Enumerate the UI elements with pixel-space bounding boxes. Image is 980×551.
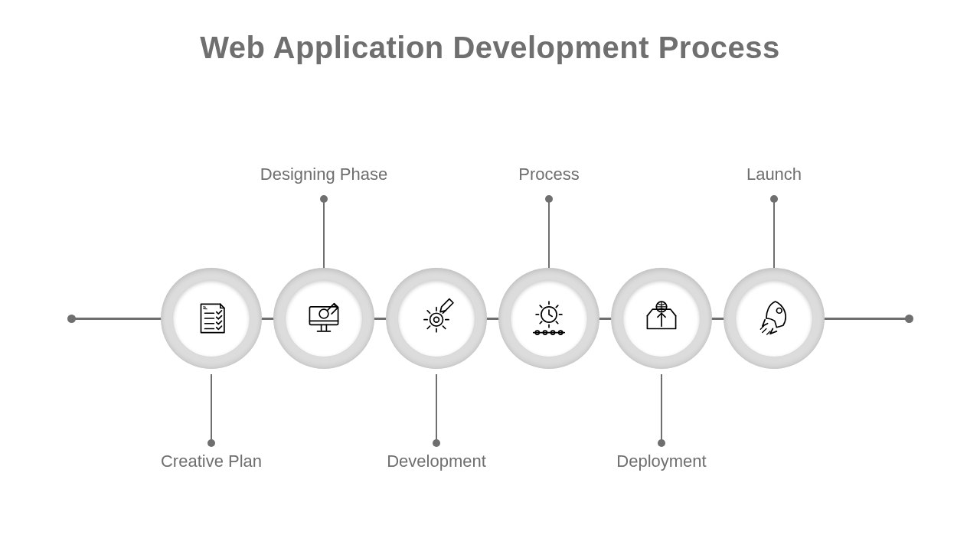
step-label: Development — [360, 452, 513, 471]
svg-point-2 — [430, 313, 443, 326]
process-node — [386, 268, 487, 369]
slide-title: Web Application Development Process — [0, 31, 980, 65]
step-label: Designing Phase — [247, 165, 400, 184]
process-node — [611, 268, 712, 369]
deploy-icon — [623, 280, 700, 357]
step-label: Process — [472, 165, 626, 184]
rocket-icon — [736, 280, 812, 357]
svg-point-3 — [434, 317, 439, 322]
process-diagram: Creative PlanDesigning PhaseDevelopmentP… — [0, 145, 980, 467]
axis-start-dot — [67, 315, 76, 323]
process-node — [724, 268, 825, 369]
process-node — [498, 268, 599, 369]
connector-pin — [436, 374, 437, 443]
connector-pin — [211, 374, 212, 443]
design-icon — [286, 280, 362, 357]
connector-dot — [320, 195, 328, 203]
connector-dot — [433, 439, 440, 447]
connector-dot — [770, 195, 778, 203]
connector-pin — [548, 199, 550, 268]
step-label: Launch — [697, 165, 851, 184]
svg-point-10 — [776, 308, 782, 314]
gear-pencil-icon — [398, 280, 475, 357]
connector-pin — [661, 374, 662, 443]
connector-pin — [323, 199, 325, 268]
connector-pin — [773, 199, 775, 268]
step-label: Creative Plan — [135, 452, 288, 471]
connector-dot — [207, 439, 215, 447]
connector-dot — [545, 195, 553, 203]
connector-dot — [658, 439, 665, 447]
slide: Web Application Development Process Crea… — [0, 0, 980, 551]
step-label: Deployment — [585, 452, 738, 471]
checklist-icon — [173, 280, 250, 357]
process-icon — [511, 280, 587, 357]
process-node — [273, 268, 374, 369]
axis-end-dot — [905, 315, 913, 323]
svg-point-1 — [319, 309, 328, 318]
process-node — [161, 268, 262, 369]
